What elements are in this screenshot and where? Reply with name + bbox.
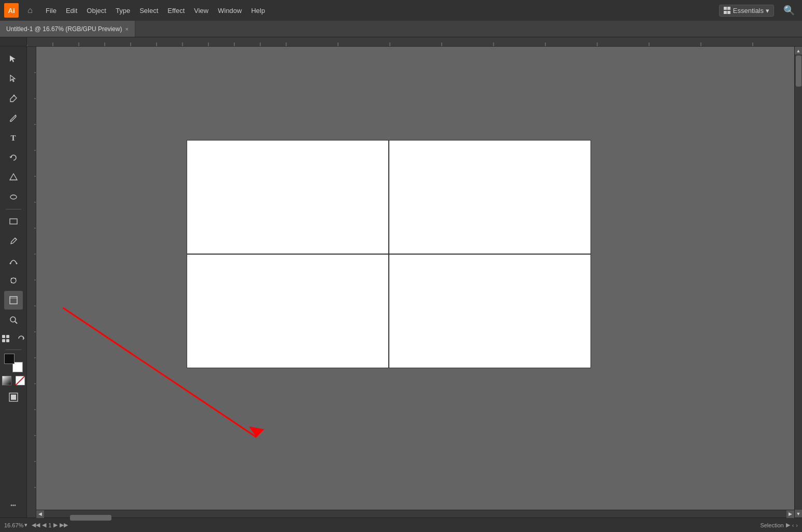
statusbar: 16.67% ▾ ◀◀ ◀ 1 ▶ ▶▶ Selection ▶ ‹ ›: [0, 517, 802, 532]
blend-tool-btn[interactable]: [4, 251, 23, 270]
menu-edit[interactable]: Edit: [62, 5, 81, 17]
zoom-dropdown-icon[interactable]: ▾: [24, 522, 27, 528]
undo-btn[interactable]: [4, 148, 23, 167]
workspace-label: Essentials: [733, 7, 764, 15]
svg-line-34: [15, 321, 17, 324]
none-btn[interactable]: [14, 374, 26, 387]
mode-chevron-right[interactable]: ›: [796, 522, 798, 528]
eyedropper-tool-btn[interactable]: [4, 232, 23, 250]
scroll-down-arrow[interactable]: ▼: [795, 510, 803, 517]
svg-marker-21: [10, 174, 17, 180]
hand-tool-btn[interactable]: [0, 331, 13, 346]
zoom-value: 16.67%: [4, 522, 23, 528]
ruler-left: [27, 47, 36, 517]
workspace-chevron: ▾: [766, 7, 769, 15]
scroll-left-arrow[interactable]: ◀: [36, 510, 44, 518]
artboard-tool-btn[interactable]: [4, 291, 23, 310]
svg-rect-38: [6, 339, 9, 342]
brush-tool-btn[interactable]: [4, 109, 23, 128]
bottom-scrollbar: ◀ ▶: [36, 510, 794, 517]
svg-point-26: [16, 263, 17, 264]
menu-object[interactable]: Object: [82, 5, 110, 17]
scroll-thumb-vertical[interactable]: [796, 55, 801, 87]
svg-point-25: [9, 263, 11, 264]
svg-rect-37: [2, 339, 5, 342]
svg-point-28: [11, 278, 12, 279]
tab-title: Untitled-1 @ 16.67% (RGB/GPU Preview): [6, 25, 122, 33]
document-tab[interactable]: Untitled-1 @ 16.67% (RGB/GPU Preview) ×: [0, 21, 135, 37]
mode-play-btn[interactable]: ▶: [786, 522, 790, 528]
svg-point-20: [13, 95, 15, 96]
artboards-container: [187, 140, 591, 368]
zoom-display: 16.67% ▾: [4, 522, 27, 528]
artboard-3: [187, 254, 389, 368]
svg-rect-35: [2, 335, 5, 338]
menubar: Ai ⌂ File Edit Object Type Select Effect…: [0, 0, 802, 21]
svg-rect-39: [2, 376, 11, 385]
scroll-up-arrow[interactable]: ▲: [795, 47, 803, 54]
foreground-color-swatch: [4, 354, 15, 364]
menu-type[interactable]: Type: [111, 5, 134, 17]
menu-select[interactable]: Select: [135, 5, 162, 17]
ruler-top: [27, 37, 794, 46]
symbol-sprayer-btn[interactable]: [4, 271, 23, 290]
blob-brush-btn[interactable]: [4, 188, 23, 206]
rotate-view-btn[interactable]: [14, 331, 27, 346]
tool-divider-1: [6, 209, 21, 209]
grid-icon: [724, 7, 731, 14]
first-page-btn[interactable]: ◀◀: [32, 522, 40, 528]
direct-selection-tool-btn[interactable]: [4, 69, 23, 88]
menu-effect[interactable]: Effect: [163, 5, 189, 17]
artboard-2: [389, 140, 591, 254]
artboard-4: [389, 254, 591, 368]
tool-divider-2: [6, 349, 21, 350]
tabbar: Untitled-1 @ 16.67% (RGB/GPU Preview) ×: [0, 21, 802, 37]
rectangle-tool-btn[interactable]: [4, 212, 23, 231]
svg-point-29: [15, 278, 16, 279]
screen-mode-btn[interactable]: [4, 388, 23, 407]
type-tool-icon: T: [10, 134, 16, 143]
menu-window[interactable]: Window: [214, 5, 246, 17]
mode-label: Selection: [760, 522, 783, 528]
selection-tool-btn[interactable]: [4, 50, 23, 68]
artboard-1: [187, 140, 389, 254]
zoom-tool-btn[interactable]: [4, 311, 23, 329]
page-number: 1: [48, 522, 51, 528]
tab-close-button[interactable]: ×: [125, 26, 129, 32]
workspace-selector[interactable]: Essentials ▾: [719, 5, 774, 17]
scroll-thumb-horizontal[interactable]: [70, 515, 111, 521]
next-page-btn[interactable]: ▶▶: [60, 522, 68, 528]
canvas-area[interactable]: [36, 47, 794, 517]
svg-rect-31: [10, 297, 17, 304]
ruler-right-corner: [794, 37, 802, 46]
svg-rect-36: [6, 335, 9, 338]
svg-rect-23: [10, 219, 17, 224]
menu-view[interactable]: View: [190, 5, 213, 17]
gradient-btn[interactable]: [1, 374, 13, 387]
home-icon[interactable]: ⌂: [23, 3, 37, 18]
svg-point-33: [10, 317, 16, 322]
shape-builder-btn[interactable]: [4, 168, 23, 187]
page-nav: ◀◀ ◀ 1 ▶ ▶▶: [32, 522, 68, 528]
scroll-right-arrow[interactable]: ▶: [786, 510, 794, 518]
menu-help[interactable]: Help: [247, 5, 269, 17]
svg-marker-62: [249, 427, 264, 438]
status-mode-display: Selection ▶ ‹ ›: [760, 522, 798, 528]
type-tool-btn[interactable]: T: [4, 129, 23, 147]
more-tools-btn[interactable]: •••: [4, 496, 23, 514]
scroll-track-vertical[interactable]: [795, 54, 802, 510]
right-scrollbar: ▲ ▼: [794, 47, 802, 517]
svg-point-30: [11, 282, 12, 283]
mode-chevron[interactable]: ‹: [792, 522, 794, 528]
color-area[interactable]: [4, 354, 23, 372]
search-icon[interactable]: 🔍: [780, 4, 798, 17]
pen-tool-btn[interactable]: [4, 89, 23, 108]
color-modes-group: [1, 374, 26, 387]
menu-file[interactable]: File: [41, 5, 61, 17]
left-toolbar: T: [0, 47, 27, 517]
hand-rotate-group: [0, 331, 27, 346]
prev-page-btn[interactable]: ◀: [42, 522, 46, 528]
svg-rect-43: [11, 395, 16, 400]
play-btn[interactable]: ▶: [53, 522, 58, 528]
svg-point-24: [15, 239, 16, 240]
